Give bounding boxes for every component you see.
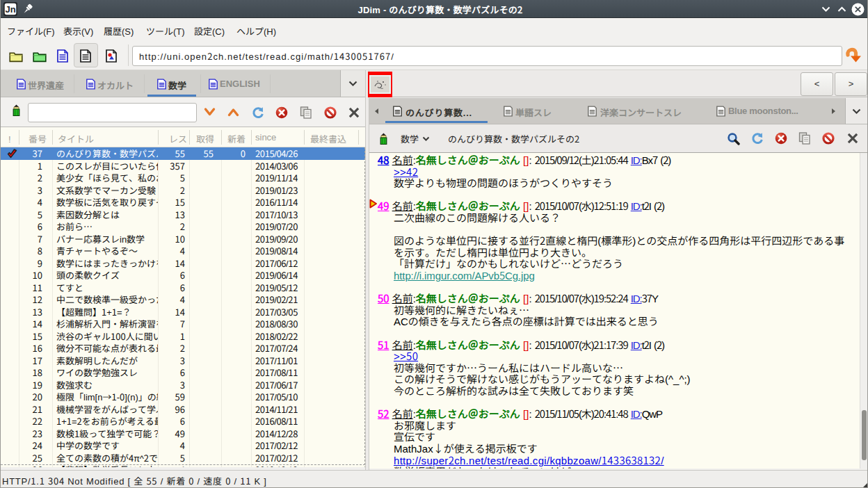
svg-text:Jn: Jn xyxy=(5,4,15,15)
